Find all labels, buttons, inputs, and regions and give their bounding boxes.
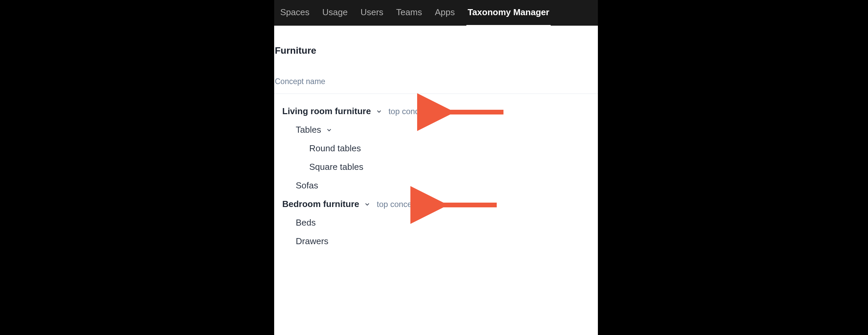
app-panel: Spaces Usage Users Teams Apps Taxonomy M… (274, 0, 598, 335)
tree-row-bedroom[interactable]: Bedroom furniture top concept (274, 195, 598, 213)
top-concept-badge: top concept (377, 200, 418, 209)
tree-label: Beds (296, 217, 316, 228)
annotation-arrow (439, 105, 507, 121)
nav-spaces[interactable]: Spaces (279, 0, 311, 26)
top-concept-badge: top concept (388, 107, 430, 116)
tree-label: Round tables (309, 143, 361, 154)
tree-row-round-tables[interactable]: Round tables (274, 139, 598, 158)
tree-label: Bedroom furniture (282, 199, 359, 209)
top-nav: Spaces Usage Users Teams Apps Taxonomy M… (274, 0, 598, 26)
concept-tree: Living room furniture top concept (274, 94, 598, 251)
page-title: Furniture (274, 26, 598, 56)
tree-row-drawers[interactable]: Drawers (274, 232, 598, 251)
chevron-down-icon (325, 126, 333, 134)
content-area: Furniture Concept name Living room furni… (274, 26, 598, 335)
tree-row-living-room[interactable]: Living room furniture top concept (274, 102, 598, 121)
chevron-down-icon (363, 200, 371, 208)
chevron-down-icon (375, 107, 383, 115)
nav-taxonomy-manager[interactable]: Taxonomy Manager (466, 0, 551, 26)
tree-row-tables[interactable]: Tables (274, 121, 598, 139)
tree-row-beds[interactable]: Beds (274, 213, 598, 232)
tree-row-square-tables[interactable]: Square tables (274, 158, 598, 176)
tree-label: Drawers (296, 236, 328, 247)
column-header-concept-name: Concept name (274, 56, 598, 94)
tree-row-sofas[interactable]: Sofas (274, 176, 598, 195)
tree-label: Sofas (296, 180, 318, 191)
nav-users[interactable]: Users (359, 0, 385, 26)
tree-label: Living room furniture (282, 106, 371, 117)
tree-label: Tables (296, 125, 321, 135)
nav-teams[interactable]: Teams (395, 0, 424, 26)
nav-apps[interactable]: Apps (433, 0, 456, 26)
tree-label: Square tables (309, 162, 363, 172)
annotation-arrow (433, 198, 500, 214)
nav-usage[interactable]: Usage (321, 0, 349, 26)
